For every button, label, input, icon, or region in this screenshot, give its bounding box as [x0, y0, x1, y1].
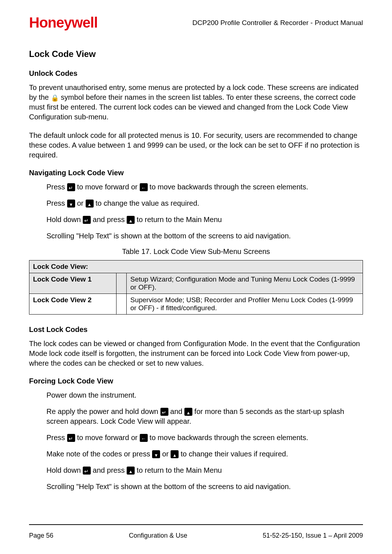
brand-logo: Honeywell: [29, 15, 98, 31]
up-key-icon: [86, 200, 94, 208]
text: and: [168, 407, 184, 415]
back-key-icon: [140, 183, 148, 191]
forcing-line-6: Scrolling "Help Text" is shown at the bo…: [46, 482, 363, 492]
table-row: Lock Code View 2 Supervisor Mode; USB; R…: [29, 294, 363, 315]
text: to change their values if required.: [179, 450, 288, 458]
row-spacer: [117, 273, 127, 294]
row-name: Lock Code View 2: [29, 294, 117, 315]
text: Hold down: [46, 216, 83, 223]
up-key-icon: [184, 408, 192, 416]
row-desc: Supervisor Mode; USB; Recorder and Profi…: [127, 294, 363, 315]
navigating-heading: Navigating Lock Code View: [29, 169, 363, 177]
enter-key-icon: [83, 467, 91, 475]
text: to move backwards through the screen ele…: [148, 434, 308, 442]
text: Make note of the codes or press: [46, 450, 152, 458]
text: Re apply the power and hold down: [46, 407, 160, 415]
up-key-icon: [127, 467, 135, 475]
unlock-paragraph-1: To prevent unauthorised entry, some menu…: [29, 83, 363, 122]
nav-line-1: Press to move forward or to move backwar…: [46, 182, 363, 192]
lost-lock-codes-heading: Lost Lock Codes: [29, 325, 363, 334]
text: or: [160, 450, 171, 458]
enter-key-icon: [67, 434, 75, 442]
text: or: [75, 199, 86, 207]
footer-page-number: Page 56: [29, 532, 53, 539]
text: to move forward or: [75, 183, 140, 191]
text: to move forward or: [75, 434, 140, 442]
text: to return to the Main Menu: [135, 466, 222, 474]
text: to return to the Main Menu: [135, 216, 222, 223]
lock-code-table: Lock Code View: Lock Code View 1 Setup W…: [29, 260, 363, 315]
text: Hold down: [46, 466, 83, 474]
text: and press: [91, 466, 127, 474]
table-header-row: Lock Code View:: [29, 260, 363, 273]
row-spacer: [117, 294, 127, 315]
text: to move backwards through the screen ele…: [148, 183, 308, 191]
text: Press: [46, 199, 67, 207]
forcing-line-2: Re apply the power and hold down and for…: [46, 407, 363, 426]
down-key-icon: [67, 200, 75, 208]
text: to change the value as required.: [94, 199, 199, 207]
table-caption: Table 17. Lock Code View Sub-Menu Screen…: [29, 247, 363, 256]
up-key-icon: [171, 450, 179, 458]
down-key-icon: [152, 450, 160, 458]
back-key-icon: [140, 434, 148, 442]
text: Press: [46, 434, 67, 442]
nav-line-4: Scrolling "Help Text" is shown at the bo…: [46, 231, 363, 241]
enter-key-icon: [67, 183, 75, 191]
page-footer: Page 56 Configuration & Use 51-52-25-150…: [29, 532, 363, 539]
nav-line-2: Press or to change the value as required…: [46, 198, 363, 208]
nav-line-3: Hold down and press to return to the Mai…: [46, 215, 363, 225]
forcing-heading: Forcing Lock Code View: [29, 377, 363, 385]
enter-key-icon: [83, 216, 91, 224]
text: symbol before their names in the screen …: [29, 93, 356, 121]
lock-icon: 🔒: [51, 94, 59, 102]
row-name: Lock Code View 1: [29, 273, 117, 294]
table-header: Lock Code View:: [29, 260, 363, 273]
text: Press: [46, 183, 67, 191]
forcing-line-4: Make note of the codes or press or to ch…: [46, 449, 363, 459]
lost-paragraph: The lock codes can be viewed or changed …: [29, 339, 363, 368]
forcing-line-5: Hold down and press to return to the Mai…: [46, 465, 363, 475]
footer-docref: 51-52-25-150, Issue 1 – April 2009: [263, 532, 363, 539]
page-header: Honeywell DCP200 Profile Controller & Re…: [29, 15, 363, 31]
text: and press: [91, 216, 127, 223]
up-key-icon: [127, 216, 135, 224]
enter-key-icon: [160, 408, 168, 416]
row-desc: Setup Wizard; Configuration Mode and Tun…: [127, 273, 363, 294]
footer-rule: [29, 524, 363, 525]
forcing-line-3: Press to move forward or to move backwar…: [46, 433, 363, 443]
forcing-line-1: Power down the instrument.: [46, 390, 363, 400]
unlock-codes-heading: Unlock Codes: [29, 69, 363, 78]
footer-section: Configuration & Use: [129, 532, 187, 539]
document-title: DCP200 Profile Controller & Recorder - P…: [192, 19, 363, 27]
table-row: Lock Code View 1 Setup Wizard; Configura…: [29, 273, 363, 294]
unlock-paragraph-2: The default unlock code for all protecte…: [29, 131, 363, 160]
section-title: Lock Code View: [29, 49, 363, 59]
